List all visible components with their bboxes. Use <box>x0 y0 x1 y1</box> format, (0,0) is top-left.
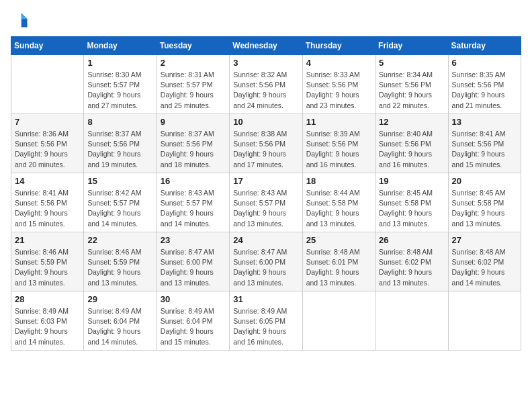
calendar-cell: 13Sunrise: 8:41 AM Sunset: 5:56 PM Dayli… <box>448 114 521 173</box>
day-info: Sunrise: 8:34 AM Sunset: 5:56 PM Dayligh… <box>379 70 444 111</box>
calendar-cell: 31Sunrise: 8:49 AM Sunset: 6:05 PM Dayli… <box>230 291 302 351</box>
day-info: Sunrise: 8:37 AM Sunset: 5:56 PM Dayligh… <box>161 129 226 170</box>
calendar-cell: 8Sunrise: 8:37 AM Sunset: 5:56 PM Daylig… <box>84 114 157 173</box>
day-of-week-header: Sunday <box>11 37 84 55</box>
day-number: 6 <box>452 58 517 68</box>
day-number: 19 <box>379 176 444 186</box>
day-number: 25 <box>306 235 371 245</box>
calendar-table: SundayMondayTuesdayWednesdayThursdayFrid… <box>11 36 521 351</box>
day-info: Sunrise: 8:49 AM Sunset: 6:05 PM Dayligh… <box>233 306 298 347</box>
day-info: Sunrise: 8:37 AM Sunset: 5:56 PM Dayligh… <box>87 129 152 170</box>
calendar-cell: 17Sunrise: 8:43 AM Sunset: 5:57 PM Dayli… <box>230 173 302 232</box>
day-info: Sunrise: 8:45 AM Sunset: 5:58 PM Dayligh… <box>452 188 517 229</box>
logo-icon <box>11 11 30 30</box>
calendar-cell: 29Sunrise: 8:49 AM Sunset: 6:04 PM Dayli… <box>84 291 157 351</box>
day-info: Sunrise: 8:48 AM Sunset: 6:02 PM Dayligh… <box>452 247 517 288</box>
calendar-cell: 1Sunrise: 8:30 AM Sunset: 5:57 PM Daylig… <box>84 55 157 114</box>
calendar-cell: 7Sunrise: 8:36 AM Sunset: 5:56 PM Daylig… <box>11 114 84 173</box>
day-number: 26 <box>379 235 444 245</box>
calendar-cell: 10Sunrise: 8:38 AM Sunset: 5:56 PM Dayli… <box>230 114 302 173</box>
day-info: Sunrise: 8:35 AM Sunset: 5:56 PM Dayligh… <box>452 70 517 111</box>
day-info: Sunrise: 8:43 AM Sunset: 5:57 PM Dayligh… <box>161 188 226 229</box>
calendar-cell: 3Sunrise: 8:32 AM Sunset: 5:56 PM Daylig… <box>230 55 302 114</box>
day-info: Sunrise: 8:36 AM Sunset: 5:56 PM Dayligh… <box>15 129 80 170</box>
calendar-cell <box>448 291 521 351</box>
day-number: 29 <box>87 294 152 304</box>
day-number: 30 <box>161 294 226 304</box>
calendar-week-row: 14Sunrise: 8:41 AM Sunset: 5:56 PM Dayli… <box>11 173 521 232</box>
calendar-cell: 18Sunrise: 8:44 AM Sunset: 5:58 PM Dayli… <box>302 173 375 232</box>
header-row: SundayMondayTuesdayWednesdayThursdayFrid… <box>11 37 521 55</box>
day-number: 15 <box>87 176 152 186</box>
calendar-cell: 5Sunrise: 8:34 AM Sunset: 5:56 PM Daylig… <box>375 55 448 114</box>
day-info: Sunrise: 8:40 AM Sunset: 5:56 PM Dayligh… <box>379 129 444 170</box>
day-number: 22 <box>87 235 152 245</box>
calendar-cell <box>11 55 84 114</box>
day-info: Sunrise: 8:45 AM Sunset: 5:58 PM Dayligh… <box>379 188 444 229</box>
logo <box>11 11 32 30</box>
calendar-cell: 19Sunrise: 8:45 AM Sunset: 5:58 PM Dayli… <box>375 173 448 232</box>
calendar-cell: 30Sunrise: 8:49 AM Sunset: 6:04 PM Dayli… <box>157 291 229 351</box>
calendar-cell: 28Sunrise: 8:49 AM Sunset: 6:03 PM Dayli… <box>11 291 84 351</box>
day-number: 9 <box>161 117 226 127</box>
day-info: Sunrise: 8:46 AM Sunset: 5:59 PM Dayligh… <box>15 247 80 288</box>
day-number: 23 <box>161 235 226 245</box>
day-number: 5 <box>379 58 444 68</box>
day-info: Sunrise: 8:41 AM Sunset: 5:56 PM Dayligh… <box>15 188 80 229</box>
calendar-cell: 14Sunrise: 8:41 AM Sunset: 5:56 PM Dayli… <box>11 173 84 232</box>
calendar-week-row: 1Sunrise: 8:30 AM Sunset: 5:57 PM Daylig… <box>11 55 521 114</box>
calendar-week-row: 21Sunrise: 8:46 AM Sunset: 5:59 PM Dayli… <box>11 232 521 291</box>
day-info: Sunrise: 8:39 AM Sunset: 5:56 PM Dayligh… <box>306 129 371 170</box>
calendar-cell: 11Sunrise: 8:39 AM Sunset: 5:56 PM Dayli… <box>302 114 375 173</box>
calendar-cell: 15Sunrise: 8:42 AM Sunset: 5:57 PM Dayli… <box>84 173 157 232</box>
day-number: 1 <box>87 58 152 68</box>
calendar-cell: 21Sunrise: 8:46 AM Sunset: 5:59 PM Dayli… <box>11 232 84 291</box>
calendar-cell: 22Sunrise: 8:46 AM Sunset: 5:59 PM Dayli… <box>84 232 157 291</box>
day-number: 21 <box>15 235 80 245</box>
day-number: 31 <box>233 294 298 304</box>
day-number: 2 <box>161 58 226 68</box>
day-info: Sunrise: 8:41 AM Sunset: 5:56 PM Dayligh… <box>452 129 517 170</box>
calendar-cell: 20Sunrise: 8:45 AM Sunset: 5:58 PM Dayli… <box>448 173 521 232</box>
day-of-week-header: Thursday <box>302 37 375 55</box>
day-number: 3 <box>233 58 298 68</box>
day-number: 14 <box>15 176 80 186</box>
day-number: 18 <box>306 176 371 186</box>
day-number: 4 <box>306 58 371 68</box>
day-info: Sunrise: 8:44 AM Sunset: 5:58 PM Dayligh… <box>306 188 371 229</box>
page-header <box>11 11 521 30</box>
day-of-week-header: Tuesday <box>157 37 229 55</box>
day-info: Sunrise: 8:48 AM Sunset: 6:01 PM Dayligh… <box>306 247 371 288</box>
day-info: Sunrise: 8:49 AM Sunset: 6:03 PM Dayligh… <box>15 306 80 347</box>
day-of-week-header: Wednesday <box>230 37 302 55</box>
day-info: Sunrise: 8:38 AM Sunset: 5:56 PM Dayligh… <box>233 129 298 170</box>
day-number: 28 <box>15 294 80 304</box>
day-number: 27 <box>452 235 517 245</box>
calendar-cell: 23Sunrise: 8:47 AM Sunset: 6:00 PM Dayli… <box>157 232 229 291</box>
day-number: 10 <box>233 117 298 127</box>
calendar-cell: 27Sunrise: 8:48 AM Sunset: 6:02 PM Dayli… <box>448 232 521 291</box>
calendar-cell: 9Sunrise: 8:37 AM Sunset: 5:56 PM Daylig… <box>157 114 229 173</box>
calendar-cell: 24Sunrise: 8:47 AM Sunset: 6:00 PM Dayli… <box>230 232 302 291</box>
day-number: 24 <box>233 235 298 245</box>
svg-marker-1 <box>21 13 28 19</box>
calendar-week-row: 7Sunrise: 8:36 AM Sunset: 5:56 PM Daylig… <box>11 114 521 173</box>
calendar-cell: 2Sunrise: 8:31 AM Sunset: 5:57 PM Daylig… <box>157 55 229 114</box>
calendar-cell: 25Sunrise: 8:48 AM Sunset: 6:01 PM Dayli… <box>302 232 375 291</box>
calendar-cell: 26Sunrise: 8:48 AM Sunset: 6:02 PM Dayli… <box>375 232 448 291</box>
day-info: Sunrise: 8:43 AM Sunset: 5:57 PM Dayligh… <box>233 188 298 229</box>
day-number: 12 <box>379 117 444 127</box>
day-info: Sunrise: 8:31 AM Sunset: 5:57 PM Dayligh… <box>161 70 226 111</box>
day-number: 16 <box>161 176 226 186</box>
day-of-week-header: Monday <box>84 37 157 55</box>
day-number: 17 <box>233 176 298 186</box>
day-number: 8 <box>87 117 152 127</box>
calendar-cell: 6Sunrise: 8:35 AM Sunset: 5:56 PM Daylig… <box>448 55 521 114</box>
day-number: 20 <box>452 176 517 186</box>
day-info: Sunrise: 8:32 AM Sunset: 5:56 PM Dayligh… <box>233 70 298 111</box>
calendar-cell: 12Sunrise: 8:40 AM Sunset: 5:56 PM Dayli… <box>375 114 448 173</box>
day-number: 11 <box>306 117 371 127</box>
calendar-week-row: 28Sunrise: 8:49 AM Sunset: 6:03 PM Dayli… <box>11 291 521 351</box>
day-info: Sunrise: 8:47 AM Sunset: 6:00 PM Dayligh… <box>161 247 226 288</box>
day-number: 7 <box>15 117 80 127</box>
